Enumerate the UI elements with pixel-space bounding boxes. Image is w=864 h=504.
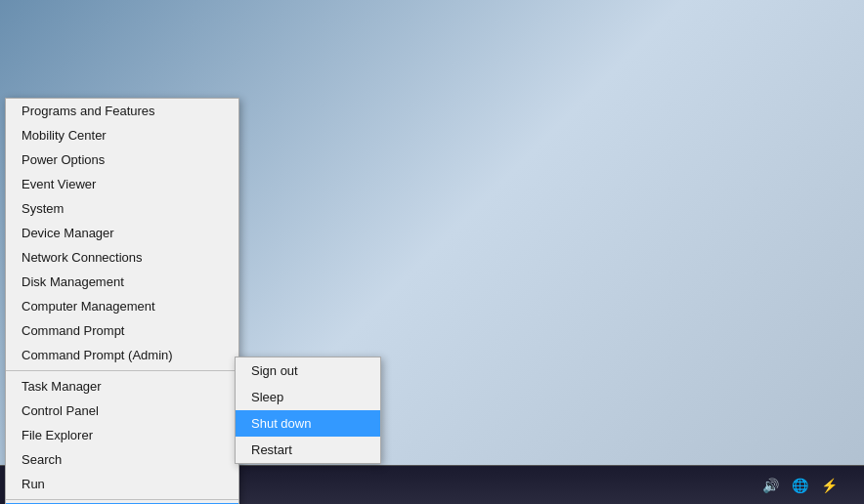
menu-item-command-prompt[interactable]: Command Prompt	[6, 318, 238, 343]
menu-item-label-computer-management: Computer Management	[22, 299, 155, 314]
menu-item-label-disk-management: Disk Management	[22, 274, 124, 289]
menu-item-label-mobility-center: Mobility Center	[22, 128, 107, 143]
menu-item-label-command-prompt-admin: Command Prompt (Admin)	[22, 348, 173, 362]
system-tray: 🔊🌐⚡	[751, 474, 848, 497]
menu-separator	[6, 499, 238, 500]
menu-item-power-options[interactable]: Power Options	[6, 147, 238, 172]
menu-item-label-device-manager: Device Manager	[22, 226, 114, 240]
menu-item-file-explorer[interactable]: File Explorer	[6, 423, 238, 447]
menu-item-label-file-explorer: File Explorer	[22, 428, 93, 442]
menu-item-programs-features[interactable]: Programs and Features	[6, 99, 238, 123]
submenu-item-sign-out[interactable]: Sign out	[236, 357, 380, 384]
menu-item-label-power-options: Power Options	[22, 152, 105, 167]
menu-item-label-search: Search	[22, 452, 62, 467]
desktop: Programs and FeaturesMobility CenterPowe…	[0, 0, 864, 504]
submenu-item-shut-down[interactable]: Shut down	[236, 410, 380, 437]
submenu-item-sleep[interactable]: Sleep	[236, 384, 380, 410]
context-menu[interactable]: Programs and FeaturesMobility CenterPowe…	[5, 98, 239, 504]
menu-item-control-panel[interactable]: Control Panel	[6, 399, 238, 423]
menu-item-label-command-prompt: Command Prompt	[22, 323, 124, 338]
menu-item-search[interactable]: Search	[6, 447, 238, 472]
menu-item-command-prompt-admin[interactable]: Command Prompt (Admin)	[6, 343, 238, 367]
menu-item-label-network-connections: Network Connections	[22, 250, 143, 265]
menu-item-label-system: System	[22, 201, 64, 216]
menu-item-run[interactable]: Run	[6, 472, 238, 496]
menu-item-disk-management[interactable]: Disk Management	[6, 270, 238, 294]
menu-item-network-connections[interactable]: Network Connections	[6, 245, 238, 270]
menu-item-label-control-panel: Control Panel	[22, 403, 99, 418]
menu-item-label-event-viewer: Event Viewer	[22, 177, 96, 191]
submenu-shutdown[interactable]: Sign outSleepShut downRestart	[235, 357, 381, 464]
menu-item-task-manager[interactable]: Task Manager	[6, 374, 238, 399]
tray-icon-1[interactable]: 🌐	[788, 474, 811, 497]
menu-item-label-programs-features: Programs and Features	[22, 104, 155, 118]
menu-item-mobility-center[interactable]: Mobility Center	[6, 123, 238, 147]
menu-item-label-task-manager: Task Manager	[22, 379, 102, 394]
submenu-item-restart[interactable]: Restart	[236, 437, 380, 463]
menu-item-label-run: Run	[22, 477, 45, 491]
menu-item-device-manager[interactable]: Device Manager	[6, 221, 238, 245]
tray-icon-2[interactable]: ⚡	[817, 474, 841, 497]
menu-item-event-viewer[interactable]: Event Viewer	[6, 172, 238, 196]
tray-icon-0[interactable]: 🔊	[758, 474, 782, 497]
menu-item-computer-management[interactable]: Computer Management	[6, 294, 238, 318]
menu-item-system[interactable]: System	[6, 196, 238, 221]
menu-separator	[6, 370, 238, 371]
